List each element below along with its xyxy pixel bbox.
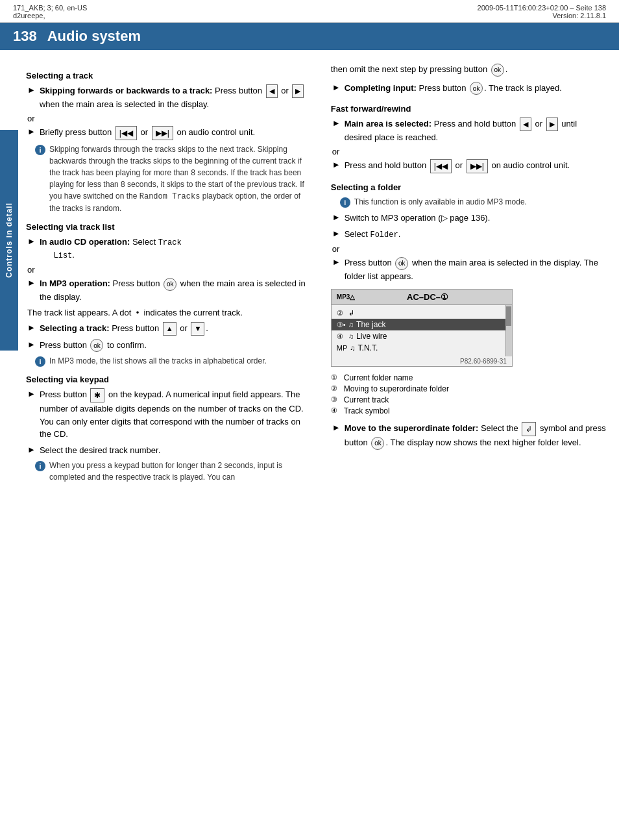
arrow-icon: ► [27,445,36,457]
item-text: Press and hold button |◀◀ or ▶▶| on audi… [345,159,606,173]
left-column: Selecting a track ► Skipping forwards or… [26,63,324,487]
content-area: Selecting a track ► Skipping forwards or… [0,50,619,500]
row-num: ② [337,309,346,317]
section-keypad-heading: Selecting via keypad [26,375,311,384]
up-button[interactable]: ▲ [163,322,176,336]
folder-row: ② ↲ [332,308,512,319]
folder-display-body: ② ↲ ③• ♫ The jack ④ ♫ Live wire [332,305,512,356]
list-item: ► In MP3 operation: Press button ok when… [26,277,311,303]
folder-row: MP ♫ T.N.T. [332,342,512,354]
row-num: ④ [337,332,346,341]
legend-item: ③ Current track [331,395,606,404]
item-text: Main area is selected: Press and hold bu… [345,117,606,143]
arrow-icon: ► [27,278,36,303]
item-text: Skipping forwards or backwards to a trac… [40,84,311,110]
arrow-icon: ► [27,389,36,441]
list-item: ► Select the desired track number. [26,444,311,457]
list-item: ► Move to the superordinate folder: Sele… [331,422,606,450]
list-item: ► Briefly press button |◀◀ or ▶▶| on aud… [26,126,311,140]
item-text: Selecting a track: Press button ▲ or ▼. [40,322,311,336]
legend-item: ① Current folder name [331,373,606,382]
folder-display: MP3△ AC–DC–① ② ↲ ③• ♫ The jack [331,289,513,367]
item-text: Move to the superordinate folder: Select… [345,422,606,450]
music-icon: ♫ [348,321,354,328]
arrow-icon: ► [332,229,341,241]
bold-text: Completing input: [345,83,417,93]
item-text: Briefly press button |◀◀ or ▶▶| on audio… [40,126,311,140]
meta-right: 2009-05-11T16:00:23+02:00 – Seite 138 Ve… [478,4,606,19]
or-separator: or [332,147,606,156]
legend-text: Current folder name [344,373,413,382]
folder-row: ④ ♫ Live wire [332,330,512,342]
legend-num: ④ [331,406,344,415]
track-list-note: The track list appears. A dot • indicate… [27,306,311,319]
scrollbar[interactable] [505,305,512,356]
arrow-icon: ► [332,160,341,173]
back-button[interactable]: ◀ [266,84,278,98]
forward-button[interactable]: ▶ [546,117,558,131]
list-item: ► Press button ✱ on the keypad. A numeri… [26,388,311,441]
scrollbar-thumb[interactable] [506,306,511,326]
chapter-title: Audio system [47,28,141,45]
or-separator: or [27,114,311,123]
next-track-button[interactable]: ▶▶| [152,126,173,140]
image-ref: P82.60-6899-31 [332,356,512,366]
info-block-3: i When you press a keypad button for lon… [26,460,311,483]
legend-num: ① [331,373,344,382]
arrow-icon: ► [332,82,341,95]
ok-button[interactable]: ok [164,278,176,291]
ok-button[interactable]: ok [395,257,408,270]
arrow-icon: ► [27,340,36,352]
chapter-header: 138 Audio system [0,23,619,50]
item-text: In audio CD operation: Select Track List… [40,236,311,262]
down-button[interactable]: ▼ [191,322,204,336]
ok-button[interactable]: ok [371,437,384,450]
arrow-icon: ► [332,423,341,450]
or-separator: or [27,265,311,275]
folder-name: AC–DC–① [407,292,448,302]
row-num: MP [337,344,348,352]
info-block-4: i This function is only available in aud… [331,196,606,208]
side-tab-text: Controls in detail [5,203,14,278]
info-icon: i [35,356,45,367]
back-folder-button[interactable]: ↲ [522,422,536,436]
continued-text: then omit the next step by pressing butt… [331,63,606,77]
item-text: Switch to MP3 operation (▷ page 136). [345,212,606,225]
back-folder-icon: ↲ [348,309,354,317]
legend-num: ② [331,384,344,393]
prev-track-button[interactable]: |◀◀ [430,159,452,173]
info-icon: i [35,461,45,471]
music-icon: ♫ [348,332,354,340]
prev-track-button[interactable]: |◀◀ [115,126,137,140]
list-item: ► Skipping forwards or backwards to a tr… [26,84,311,110]
folder-legend: ① Current folder name ② Moving to supero… [331,373,606,415]
row-text: Live wire [356,332,387,341]
row-text: T.N.T. [358,343,378,352]
info-block-1: i Skipping forwards through the tracks s… [26,143,311,214]
section-track-list-heading: Selecting via track list [26,222,311,232]
bold-text: In MP3 operation: [40,278,110,288]
back-button[interactable]: ◀ [520,117,531,131]
ok-button[interactable]: ok [491,64,504,77]
ok-button[interactable]: ok [90,339,103,352]
info-text: In MP3 mode, the list shows all the trac… [49,355,311,367]
star-button[interactable]: ✱ [90,388,104,402]
arrow-icon: ► [332,257,341,282]
section-folder-heading: Selecting a folder [331,182,606,192]
forward-button[interactable]: ▶ [292,84,304,98]
row-num: ③• [337,321,346,329]
list-item: ► Press button ok to confirm. [26,339,311,352]
ok-button[interactable]: ok [470,82,483,95]
item-text: Press button ok to confirm. [40,339,311,352]
item-text: Select Folder. [345,228,606,241]
next-track-button[interactable]: ▶▶| [467,159,488,173]
item-text: In MP3 operation: Press button ok when t… [40,277,311,303]
list-item: ► Select Folder. [331,228,606,241]
item-text: Press button ok when the main area is se… [345,256,606,282]
or-separator: or [332,244,606,254]
chapter-number: 138 [13,28,37,45]
list-item: ► Press button ok when the main area is … [331,256,606,282]
arrow-icon: ► [27,323,36,336]
legend-text: Track symbol [344,406,390,415]
arrow-icon: ► [27,85,36,110]
